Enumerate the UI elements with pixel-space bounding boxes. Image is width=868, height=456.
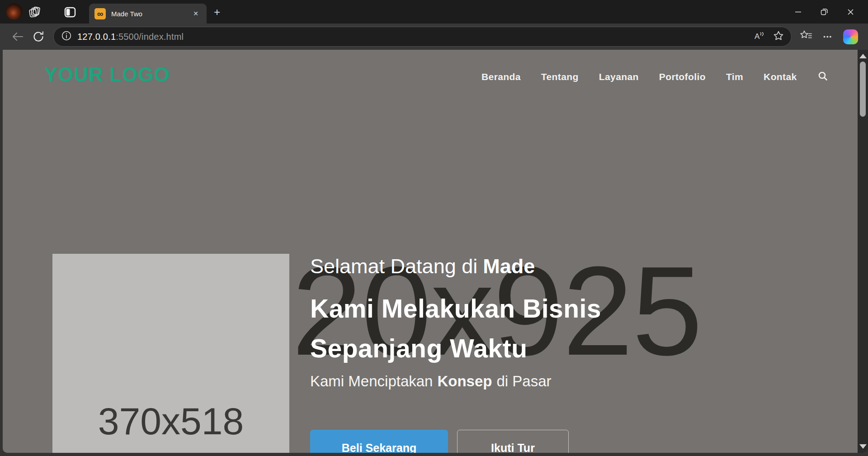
nav-item-portofolio[interactable]: Portofolio (659, 71, 706, 82)
workspaces-icon[interactable] (28, 6, 41, 18)
refresh-icon[interactable] (31, 29, 46, 44)
tab-layout-icon[interactable] (64, 6, 76, 18)
hero-buttons: Beli Sekarang Ikuti Tur (310, 430, 699, 453)
address-bar-actions: A (755, 30, 784, 43)
favorite-star-icon[interactable] (773, 30, 784, 43)
browser-titlebar: ∞ Made Two ✕ + (0, 0, 868, 24)
subtitle-post-text: di Pasar (496, 373, 551, 390)
hero-text-block: Selamat Datang diMade Kami Melakukan Bis… (310, 253, 699, 453)
scroll-up-arrow-icon[interactable] (859, 54, 867, 58)
hero-welcome-line: Selamat Datang diMade (310, 253, 699, 280)
browser-toolbar: 127.0.0.1:5500/index.html A ••• (0, 24, 868, 50)
scroll-down-arrow-icon[interactable] (859, 444, 867, 449)
url-path: :5500/index.html (116, 32, 184, 42)
nav-item-kontak[interactable]: Kontak (764, 71, 797, 82)
nav-item-beranda[interactable]: Beranda (481, 71, 521, 82)
window-controls (785, 0, 863, 24)
close-window-button[interactable] (837, 0, 863, 24)
read-aloud-letter: A (755, 32, 760, 41)
subtitle-bold-text: Konsep (437, 373, 492, 390)
hero-subtitle: Kami MenciptakanKonsepdi Pasar (310, 371, 699, 392)
copilot-icon[interactable] (843, 29, 858, 44)
page-scrollbar[interactable] (858, 50, 868, 453)
restore-button[interactable] (811, 0, 837, 24)
subtitle-pre-text: Kami Menciptakan (310, 373, 433, 390)
nav-item-layanan[interactable]: Layanan (599, 71, 639, 82)
minimize-button[interactable] (785, 0, 811, 24)
buy-now-button[interactable]: Beli Sekarang (310, 430, 448, 453)
read-aloud-icon[interactable]: A (755, 32, 764, 41)
profile-avatar[interactable] (6, 3, 23, 20)
toolbar-right-actions: ••• (800, 29, 858, 44)
site-logo[interactable]: YOUR LOGO (44, 63, 170, 86)
search-icon[interactable] (817, 71, 828, 83)
hero-heading: Kami Melakukan Bisnis Sepanjang Waktu (310, 289, 690, 368)
site-info-icon[interactable] (61, 30, 72, 43)
main-navigation: Beranda Tentang Layanan Portofolio Tim K… (481, 67, 828, 87)
new-tab-button[interactable]: + (210, 5, 224, 19)
nav-item-tim[interactable]: Tim (726, 71, 743, 82)
tab-close-icon[interactable]: ✕ (190, 8, 201, 19)
nav-item-tentang[interactable]: Tentang (541, 71, 579, 82)
settings-menu-icon[interactable]: ••• (823, 33, 832, 40)
scrollbar-thumb[interactable] (860, 62, 866, 117)
back-icon[interactable] (10, 29, 25, 44)
web-page: YOUR LOGO Beranda Tentang Layanan Portof… (3, 50, 868, 453)
browser-tab[interactable]: ∞ Made Two ✕ (89, 4, 207, 24)
placeholder-size-label: 370x518 (98, 399, 244, 443)
take-tour-button[interactable]: Ikuti Tur (457, 430, 569, 453)
url-host: 127.0.0.1 (77, 32, 116, 42)
url-text[interactable]: 127.0.0.1:5500/index.html (77, 32, 750, 42)
welcome-light-text: Selamat Datang di (310, 255, 477, 278)
welcome-bold-text: Made (483, 255, 535, 278)
tab-favicon-icon: ∞ (94, 8, 106, 19)
tab-title: Made Two (111, 10, 190, 18)
favorites-list-icon[interactable] (800, 30, 812, 43)
address-bar[interactable]: 127.0.0.1:5500/index.html A (53, 27, 792, 47)
content-placeholder-image: 370x518 (52, 254, 289, 453)
